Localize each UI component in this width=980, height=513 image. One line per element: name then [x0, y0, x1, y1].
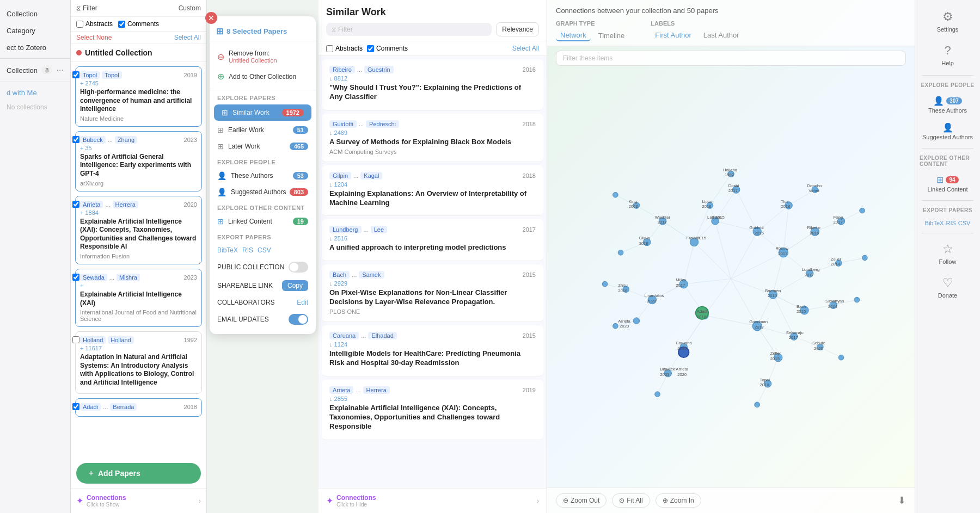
- svg-text:Schulz: Schulz: [812, 341, 825, 345]
- connections-text: Connections: [336, 494, 376, 502]
- these-authors-button[interactable]: 👤 These Authors 53: [210, 168, 316, 184]
- help-item[interactable]: ? Help: [915, 39, 980, 71]
- settings-label: Settings: [937, 26, 959, 33]
- bibtex-right-button[interactable]: BibTeX: [925, 220, 944, 226]
- paper-citations: + 11617: [80, 345, 197, 351]
- svg-point-89: [613, 192, 618, 197]
- plus-icon: ＋: [87, 468, 95, 478]
- settings-item[interactable]: ⚙ Settings: [915, 5, 980, 37]
- paper-card[interactable]: Holland Holland 1992 + 11617 Adaptation …: [75, 331, 202, 393]
- paper-checkbox[interactable]: [72, 274, 79, 281]
- filter-button[interactable]: ⧖ Filter: [76, 4, 97, 12]
- similar-paper-card[interactable]: Guidotti ... Pedreschi 2018 ↓ 2469 A Sur…: [322, 114, 543, 162]
- timeline-button[interactable]: Timeline: [594, 30, 629, 41]
- paper-year: 2018: [523, 121, 536, 127]
- these-authors-badge: 53: [293, 172, 308, 180]
- sidebar-item-zotero[interactable]: ect to Zotero: [0, 39, 70, 56]
- comments-checkbox-label[interactable]: Comments: [367, 45, 408, 52]
- svg-text:2020: 2020: [647, 299, 656, 304]
- add-papers-button[interactable]: ＋ Add Papers: [76, 463, 201, 484]
- later-work-button[interactable]: ⊞ Later Work 465: [210, 138, 316, 154]
- comments-checkbox-label[interactable]: Comments: [118, 20, 159, 28]
- download-button[interactable]: ⬇: [898, 495, 906, 506]
- close-button[interactable]: ✕: [205, 12, 217, 24]
- linked-content-button[interactable]: ⊞ Linked Content 19: [210, 213, 316, 230]
- paper-citations: ↓ 2929: [329, 280, 536, 287]
- labels-group: Labels First Author Last Author: [651, 20, 743, 41]
- connections-bar[interactable]: ✦ Connections Click to Show ›: [71, 488, 206, 513]
- remove-from-button[interactable]: ⊖ Remove from: Untitled Collection: [210, 46, 316, 67]
- edit-collaborators-button[interactable]: Edit: [297, 299, 308, 306]
- ris-button[interactable]: RIS: [242, 246, 253, 254]
- similar-paper-card[interactable]: Arrieta ... Herrera 2019 ↓ 2855 Explaina…: [322, 380, 543, 440]
- paper-card[interactable]: Sewada ... Mishra 2023 + Explainable Art…: [75, 269, 202, 327]
- ris-right-button[interactable]: RIS: [946, 220, 955, 226]
- paper-card[interactable]: Topol Topol 2019 + 2745 High-performance…: [75, 66, 202, 127]
- last-author-button[interactable]: Last Author: [699, 30, 744, 40]
- these-authors-right-button[interactable]: 👤 307 These Authors: [915, 92, 980, 117]
- graph-type-buttons: Network Timeline: [556, 30, 629, 41]
- paper-year: 2019: [523, 387, 536, 393]
- paper-checkbox[interactable]: [72, 136, 79, 143]
- zoom-in-button[interactable]: ⊕ Zoom In: [656, 493, 701, 508]
- paper-citations: + 2745: [80, 80, 197, 86]
- similar-work-button[interactable]: ⊞ Similar Work 1972: [214, 104, 311, 121]
- sidebar-item-collection[interactable]: Collection: [0, 5, 70, 22]
- bibtex-button[interactable]: BibTeX: [217, 246, 238, 254]
- paper-checkbox[interactable]: [72, 71, 79, 78]
- paper-card[interactable]: Bubeck ... Zhang 2023 + 35 Sparks of Art…: [75, 131, 202, 191]
- select-all-button[interactable]: Select All: [174, 34, 201, 41]
- paper-checkbox[interactable]: [72, 403, 79, 410]
- similar-paper-card[interactable]: Ribeiro ... Guestrin 2016 ↓ 8812 "Why Sh…: [322, 59, 543, 110]
- abstracts-checkbox-label[interactable]: Abstracts: [326, 45, 363, 52]
- custom-button[interactable]: Custom: [179, 4, 201, 12]
- similar-paper-card[interactable]: Bach ... Samek 2015 ↓ 2929 On Pixel-Wise…: [322, 264, 543, 322]
- settings-icon: ⚙: [942, 10, 953, 24]
- abstracts-checkbox[interactable]: [76, 21, 83, 28]
- abstracts-checkbox[interactable]: [326, 45, 333, 52]
- no-collections: No collections: [0, 101, 70, 113]
- abstracts-checkbox-label[interactable]: Abstracts: [76, 20, 113, 28]
- paper-card[interactable]: Adadi ... Berrada 2018: [75, 398, 202, 417]
- svg-text:2017: 2017: [676, 283, 685, 288]
- similar-paper-card[interactable]: Lundberg ... Lee 2017 ↓ 2516 A unified a…: [322, 219, 543, 261]
- public-collection-toggle[interactable]: [289, 262, 308, 273]
- collection-more-icon[interactable]: ···: [57, 65, 64, 75]
- linked-content-right-button[interactable]: ⊞ 94 Linked Content: [915, 171, 980, 196]
- email-updates-toggle[interactable]: [289, 314, 308, 325]
- paper-checkbox[interactable]: [72, 336, 79, 343]
- paper-checkbox[interactable]: [72, 201, 79, 208]
- follow-item[interactable]: ☆ Follow: [915, 238, 980, 269]
- paper-card[interactable]: Arrieta ... Herrera 2020 + 1884 Explaina…: [75, 196, 202, 264]
- copy-link-button[interactable]: Copy: [282, 280, 308, 291]
- similar-filter-input[interactable]: ⧖ Filter: [326, 23, 492, 36]
- network-button[interactable]: Network: [556, 30, 591, 41]
- email-updates-row: EMAIL UPDATES: [210, 310, 316, 329]
- suggested-authors-right-button[interactable]: 👤 Suggested Authors: [915, 119, 980, 144]
- zoom-out-button[interactable]: ⊖ Zoom Out: [556, 493, 607, 508]
- earlier-work-button[interactable]: ⊞ Earlier Work 51: [210, 122, 316, 138]
- first-author-button[interactable]: First Author: [651, 30, 695, 40]
- filter-items-input[interactable]: Filter these items: [556, 51, 906, 66]
- select-none-button[interactable]: Select None: [76, 34, 112, 41]
- shared-with-me[interactable]: d with Me: [0, 84, 70, 101]
- linked-content-icon: ⊞: [217, 217, 224, 226]
- sidebar-item-category[interactable]: Category: [0, 22, 70, 39]
- select-row: Select None Select All: [71, 32, 206, 44]
- comments-checkbox[interactable]: [118, 21, 125, 28]
- fit-all-button[interactable]: ⊙ Fit All: [612, 493, 650, 508]
- similar-work-title: Similar Work: [326, 7, 539, 18]
- author-tag: Topol: [102, 71, 121, 79]
- donate-item[interactable]: ♡ Donate: [915, 271, 980, 303]
- connections-bar[interactable]: ✦ Connections Click to Hide ›: [318, 488, 547, 513]
- csv-button[interactable]: CSV: [258, 246, 271, 254]
- comments-checkbox[interactable]: [367, 45, 374, 52]
- similar-paper-card[interactable]: Caruana ... Elhadad 2015 ↓ 1124 Intellig…: [322, 325, 543, 376]
- relevance-sort[interactable]: Relevance: [496, 22, 539, 36]
- similar-paper-card[interactable]: Gilpin ... Kagal 2018 ↓ 1204 Explaining …: [322, 165, 543, 217]
- select-all-similar[interactable]: Select All: [512, 45, 539, 52]
- csv-right-button[interactable]: CSV: [958, 220, 971, 226]
- shareable-link-label: SHAREABLE LINK: [217, 282, 273, 289]
- suggested-authors-button[interactable]: 👤 Suggested Authors 803: [210, 184, 316, 200]
- add-to-other-button[interactable]: ⊕ Add to Other Collection: [210, 67, 316, 85]
